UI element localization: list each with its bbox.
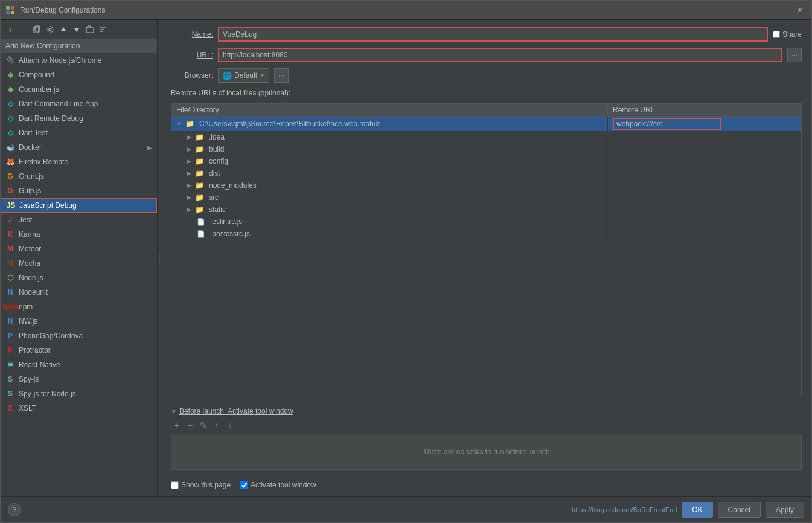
table-row[interactable]: ▶📁static xyxy=(171,204,801,216)
sidebar-item-firefox[interactable]: 🦊Firefox Remote xyxy=(1,155,157,169)
folder-icon: 📁 xyxy=(195,157,204,165)
sidebar-item-docker[interactable]: 🐋Docker▶ xyxy=(1,140,157,155)
share-checkbox[interactable] xyxy=(773,31,780,38)
table-row[interactable]: 📄.eslintrc.js xyxy=(171,216,801,228)
bl-remove-button[interactable]: − xyxy=(184,419,196,431)
close-button[interactable]: × xyxy=(794,4,807,17)
table-row[interactable]: ▶📁node_modules xyxy=(171,179,801,191)
name-input[interactable] xyxy=(218,27,768,42)
move-up-button[interactable] xyxy=(57,24,69,36)
table-row[interactable]: ▶📁.idea xyxy=(171,131,801,143)
show-page-checkbox[interactable] xyxy=(171,481,179,489)
move-down-button[interactable] xyxy=(71,24,83,36)
grunt-icon: G xyxy=(5,172,15,181)
sidebar-item-npm[interactable]: npmnpm xyxy=(1,300,157,314)
sidebar-item-spy-node[interactable]: SSpy-js for Node.js xyxy=(1,387,157,401)
spy-js-label: Spy-js xyxy=(19,375,39,383)
file-name: config xyxy=(209,157,228,165)
activate-window-checkbox[interactable] xyxy=(240,481,248,489)
sidebar-item-meteor[interactable]: MMeteor xyxy=(1,242,157,256)
attach-icon: 🔌 xyxy=(5,56,15,65)
nodeunit-icon: N xyxy=(5,287,15,297)
table-row[interactable]: ▶📁dist xyxy=(171,167,801,179)
sidebar-item-gulp[interactable]: GGulp.js xyxy=(1,184,157,198)
npm-icon: npm xyxy=(5,302,15,312)
folder-arrow-icon: ▶ xyxy=(187,158,191,164)
share-label: Share xyxy=(782,30,802,39)
settings-button[interactable] xyxy=(44,24,56,36)
sidebar-item-phonegap[interactable]: PPhoneGap/Cordova xyxy=(1,329,157,343)
sidebar-item-jest[interactable]: JJest xyxy=(1,213,157,227)
folder-arrow-icon: ▶ xyxy=(187,207,191,213)
folder-icon: 📁 xyxy=(195,193,204,202)
sidebar-item-dart-cmd[interactable]: ◇Dart Command Line App xyxy=(1,97,157,111)
cancel-button[interactable]: Cancel xyxy=(718,502,761,518)
sidebar-item-xslt[interactable]: XXSLT xyxy=(1,401,157,416)
file-name: .postcssrc.js xyxy=(210,229,250,238)
attach-label: Attach to Node.js/Chrome xyxy=(19,56,101,65)
bottom-link[interactable]: https://blog.csdn.net/BoReFrontEnd xyxy=(572,506,677,513)
folder-button[interactable] xyxy=(84,24,96,36)
phonegap-icon: P xyxy=(5,331,15,341)
cucumber-icon: ◆ xyxy=(5,85,15,94)
docker-expand-arrow: ▶ xyxy=(147,144,152,151)
file-cell-name: 📄.eslintrc.js xyxy=(171,216,608,228)
sidebar-item-js-debug[interactable]: JSJavaScript Debug xyxy=(1,198,157,213)
dialog-icon xyxy=(5,5,15,15)
bl-up-button[interactable]: ↑ xyxy=(211,419,223,431)
copy-config-button[interactable] xyxy=(31,24,43,36)
url-row: URL: ··· xyxy=(171,48,802,62)
xslt-label: XSLT xyxy=(19,404,36,412)
bl-down-button[interactable]: ↓ xyxy=(224,419,236,431)
sidebar-item-compound[interactable]: ◈Compound xyxy=(1,68,157,82)
file-cell-remote-url xyxy=(608,191,801,204)
file-cell-remote-url xyxy=(608,117,801,131)
show-page-label: Show this page xyxy=(181,481,231,489)
file-cell-remote-url xyxy=(608,216,801,228)
apply-button[interactable]: Apply xyxy=(766,502,804,518)
add-config-button[interactable]: + xyxy=(4,24,16,36)
sidebar-item-mocha[interactable]: MMocha xyxy=(1,256,157,271)
sidebar-item-karma[interactable]: KKarma xyxy=(1,227,157,242)
sidebar-item-protractor[interactable]: PProtractor xyxy=(1,343,157,358)
sidebar-item-grunt[interactable]: GGrunt.js xyxy=(1,169,157,184)
sidebar-item-dart-test[interactable]: ◇Dart Test xyxy=(1,126,157,140)
js-debug-label: JavaScript Debug xyxy=(19,201,77,210)
folder-arrow-icon: ▼ xyxy=(176,121,182,127)
remove-config-button[interactable]: − xyxy=(18,24,30,36)
table-row[interactable]: ▶📁src xyxy=(171,191,801,204)
table-row[interactable]: ▶📁build xyxy=(171,143,801,155)
url-more-button[interactable]: ··· xyxy=(787,48,802,62)
ok-button[interactable]: OK xyxy=(682,502,712,518)
sidebar-item-react-native[interactable]: ⚛React Native xyxy=(1,358,157,372)
table-row[interactable]: 📄.postcssrc.js xyxy=(171,228,801,240)
remote-url-input[interactable] xyxy=(613,118,721,130)
bl-add-button[interactable]: + xyxy=(171,419,183,431)
sidebar-item-dart-remote[interactable]: ◇Dart Remote Debug xyxy=(1,111,157,126)
jest-label: Jest xyxy=(19,216,32,224)
activate-window-option: Activate tool window xyxy=(240,481,316,489)
phonegap-label: PhoneGap/Cordova xyxy=(19,332,83,340)
browser-select[interactable]: 🌐 Default ▼ xyxy=(218,68,269,83)
before-launch-toggle[interactable]: ▼ xyxy=(171,408,177,415)
sort-button[interactable] xyxy=(97,24,109,36)
cucumber-label: Cucumber.js xyxy=(19,85,59,94)
file-cell-name: ▶📁.idea xyxy=(171,131,608,143)
sidebar-item-cucumber[interactable]: ◆Cucumber.js xyxy=(1,82,157,97)
spy-node-icon: S xyxy=(5,389,15,399)
bl-edit-button[interactable]: ✎ xyxy=(197,419,209,431)
file-cell-name: 📄.postcssrc.js xyxy=(171,228,608,240)
config-tree[interactable]: 🔌Attach to Node.js/Chrome◈Compound◆Cucum… xyxy=(1,53,157,496)
sidebar-item-nodeunit[interactable]: NNodeunit xyxy=(1,285,157,300)
help-button[interactable]: ? xyxy=(8,503,21,516)
table-row[interactable]: ▶📁config xyxy=(171,155,801,167)
table-row[interactable]: ▼📁C:\Users\cqmbj\Source\Repos\Bitbucket\… xyxy=(171,117,801,131)
dart-cmd-icon: ◇ xyxy=(5,99,15,109)
sidebar-item-nodejs[interactable]: ⬡Node.js xyxy=(1,271,157,285)
sidebar-item-nw[interactable]: NNW.js xyxy=(1,314,157,329)
sidebar-item-spy-js[interactable]: SSpy-js xyxy=(1,372,157,387)
url-input[interactable] xyxy=(218,48,782,62)
xslt-icon: X xyxy=(5,403,15,413)
browser-more-button[interactable]: ··· xyxy=(274,68,289,83)
sidebar-item-attach[interactable]: 🔌Attach to Node.js/Chrome xyxy=(1,53,157,68)
